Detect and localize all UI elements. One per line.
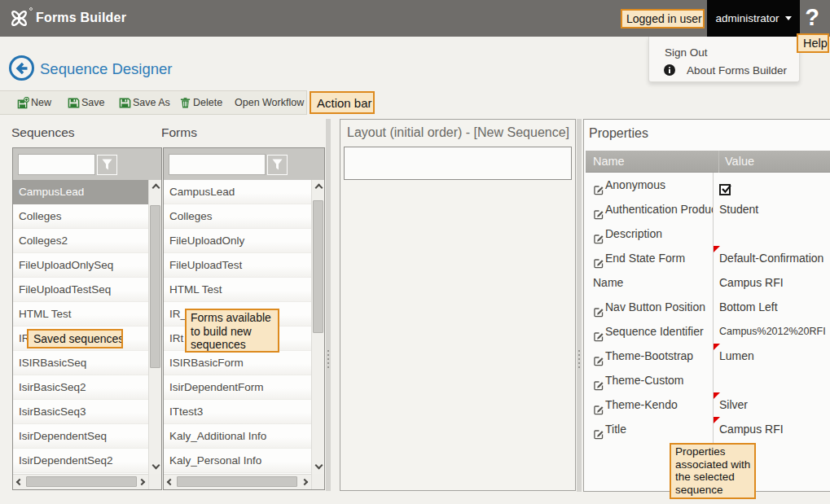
scroll-down-button[interactable] <box>312 460 325 474</box>
property-value-cell[interactable]: Campus RFI <box>714 270 830 295</box>
splitter-grip-icon <box>327 350 329 368</box>
sequence-list-item[interactable]: IsirBasicSeq2 <box>13 375 149 400</box>
action-toolbar: New Save Save As <box>0 90 307 115</box>
property-value-cell[interactable] <box>714 368 830 392</box>
scroll-left-button[interactable] <box>13 475 25 489</box>
scroll-up-button[interactable] <box>149 180 162 194</box>
toolbar-button-label: Save <box>81 97 105 108</box>
callout-logged-in-user: Logged in user <box>621 9 705 28</box>
scrollbar-corner <box>148 474 161 489</box>
layout-panel-title: Layout (initial order) - [New Sequence] <box>347 125 569 140</box>
sequence-list-item[interactable]: IsirBasicSeq3 <box>13 400 149 424</box>
property-row: Theme-Custom <box>586 368 830 392</box>
user-menu-button[interactable]: administrator <box>707 0 800 37</box>
scroll-right-button[interactable] <box>137 475 149 489</box>
sequence-list-item[interactable]: Colleges2 <box>13 229 149 253</box>
property-value-cell[interactable]: Silver <box>714 392 830 417</box>
splitter-handle[interactable] <box>577 119 582 492</box>
property-value-cell[interactable] <box>714 221 830 246</box>
sequence-list-item[interactable]: FileUploadOnlySeq <box>13 253 149 278</box>
property-name-cell: Anonymous <box>586 173 713 197</box>
property-name-label: Theme-Kendo <box>605 392 678 417</box>
property-name-cell: Theme-Custom <box>586 368 713 392</box>
forms-filter-input[interactable] <box>169 154 266 175</box>
help-icon[interactable]: ? <box>801 4 823 35</box>
scrollbar-thumb[interactable] <box>150 205 160 368</box>
splitter-handle[interactable] <box>326 119 331 491</box>
edit-pencil-icon <box>593 326 604 337</box>
scroll-up-button[interactable] <box>312 180 325 194</box>
form-list-item[interactable]: ISIRBasicForm <box>164 351 312 375</box>
sequence-list-item[interactable]: CampusLead <box>13 180 149 204</box>
funnel-icon <box>102 159 112 170</box>
form-list-item[interactable]: FileUploadTest <box>164 253 312 278</box>
sequence-list-item[interactable]: FileUploadTestSeq <box>13 278 149 302</box>
property-name-cell: End State Form <box>586 246 713 270</box>
sequence-list-item[interactable]: IsirDependentSeq2 <box>13 449 149 473</box>
properties-panel: Properties Name Value AnonymousAuthentic… <box>583 119 830 492</box>
scrollbar-thumb[interactable] <box>177 476 297 487</box>
forms-vertical-scrollbar[interactable] <box>311 180 324 474</box>
callout-forms-available: Forms available to build new sequences <box>185 309 279 353</box>
toolbar-button-label: New <box>31 97 51 108</box>
save-as-icon <box>119 97 131 109</box>
chevron-up-icon <box>152 184 160 192</box>
form-list-item[interactable]: Kaly_Personal Info <box>164 449 312 473</box>
property-value-cell[interactable]: Student <box>714 197 830 221</box>
form-list-item[interactable]: ITtest3 <box>164 400 312 424</box>
checkbox-checked[interactable] <box>719 184 731 195</box>
property-value-cell[interactable]: Campus RFI <box>714 417 830 441</box>
property-value-cell[interactable]: Lumen <box>714 344 830 368</box>
sequence-list-item[interactable]: Colleges <box>13 204 149 229</box>
sequences-list: CampusLeadCollegesColleges2FileUploadOnl… <box>13 180 149 474</box>
sequences-vertical-scrollbar[interactable] <box>148 180 161 474</box>
chevron-left-icon <box>167 478 173 484</box>
open-workflow-button[interactable]: Open Workflow <box>235 91 304 114</box>
property-name-label: End State Form <box>605 246 685 270</box>
scrollbar-corner <box>311 474 324 489</box>
sequences-horizontal-scrollbar[interactable] <box>13 474 149 489</box>
save-button[interactable]: Save <box>68 91 105 114</box>
scroll-right-button[interactable] <box>300 475 312 489</box>
callout-action-bar: Action bar <box>310 91 375 114</box>
scrollbar-thumb[interactable] <box>26 476 137 487</box>
form-list-item[interactable]: Kaly_Additional Info <box>164 424 312 449</box>
property-row: Anonymous <box>586 173 830 197</box>
forms-horizontal-scrollbar[interactable] <box>164 474 312 489</box>
save-as-button[interactable]: Save As <box>119 91 170 114</box>
sequence-list-item[interactable]: ISIRBasicSeq <box>13 351 149 375</box>
property-value-cell[interactable] <box>714 173 830 197</box>
property-name-label: Theme-Custom <box>605 368 683 392</box>
forms-filter-button[interactable] <box>267 155 288 175</box>
property-name-cell: Name <box>586 270 713 295</box>
property-name-label: Anonymous <box>605 173 665 197</box>
sequences-filter-input[interactable] <box>18 154 95 175</box>
dirty-cell-marker <box>714 344 720 350</box>
scroll-down-button[interactable] <box>149 460 162 474</box>
sequences-filterbar <box>13 148 161 180</box>
sequence-list-item[interactable]: HTML Test <box>13 302 149 327</box>
properties-grid-header: Name Value <box>586 151 830 173</box>
form-list-item[interactable]: IsirDependentForm <box>164 375 312 400</box>
delete-button[interactable]: Delete <box>179 91 222 114</box>
scrollbar-thumb[interactable] <box>313 200 323 333</box>
edit-pencil-icon <box>593 252 604 264</box>
new-button[interactable]: New <box>17 91 51 114</box>
form-list-item[interactable]: CampusLead <box>164 180 312 204</box>
property-value-cell[interactable]: Bottom Left <box>714 295 830 319</box>
scroll-left-button[interactable] <box>164 475 176 489</box>
form-list-item[interactable]: FileUploadOnly <box>164 229 312 253</box>
property-value-cell[interactable]: Default-Confirmation <box>714 246 830 270</box>
property-row: Nav Button PositionBottom Left <box>586 295 830 319</box>
sequence-list-item[interactable]: IsirDependentSeq <box>13 424 149 449</box>
property-row: Theme-KendoSilver <box>586 392 830 417</box>
form-list-item[interactable]: Colleges <box>164 204 312 229</box>
property-name-cell: Theme-Kendo <box>586 392 713 417</box>
menu-item-about-forms-builder[interactable]: About Forms Builder <box>649 60 799 81</box>
sequences-filter-button[interactable] <box>97 155 117 175</box>
toolbar-button-label: Open Workflow <box>235 97 304 108</box>
back-button[interactable] <box>9 55 34 81</box>
property-value-cell[interactable]: Campus%2012%20RFI <box>714 319 830 344</box>
form-list-item[interactable]: HTML Test <box>164 278 312 302</box>
layout-drop-area[interactable] <box>344 147 572 180</box>
